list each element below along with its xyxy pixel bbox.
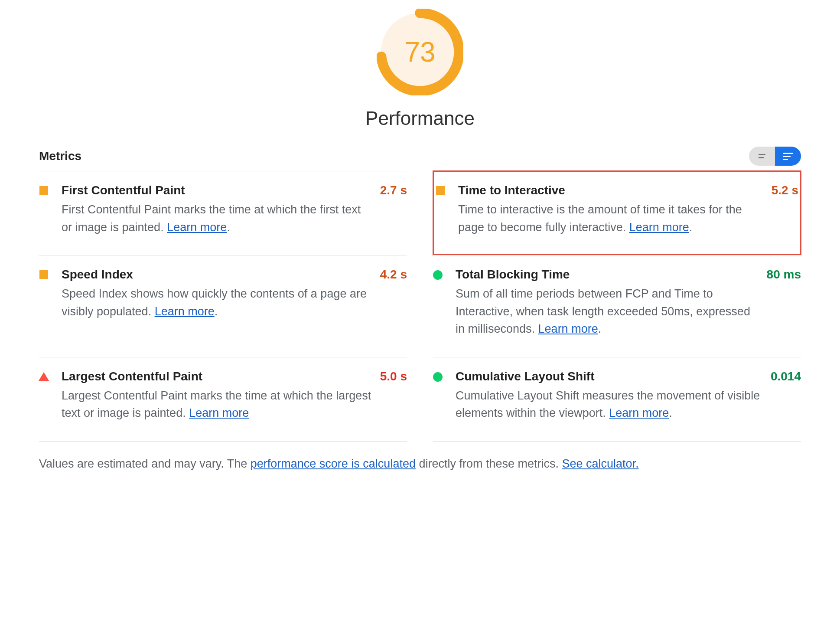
trailing-period: . bbox=[598, 322, 602, 335]
learn-more-link[interactable]: Learn more bbox=[155, 305, 215, 318]
metric-time-to-interactive: Time to InteractiveTime to interactive i… bbox=[433, 171, 801, 255]
metric-value: 0.014 bbox=[771, 370, 801, 383]
trailing-period: . bbox=[669, 406, 672, 419]
metric-title: Total Blocking Time bbox=[456, 268, 758, 282]
metric-body: Time to InteractiveTime to interactive i… bbox=[458, 183, 772, 236]
learn-more-link[interactable]: Learn more bbox=[538, 322, 598, 335]
metric-body: Cumulative Layout ShiftCumulative Layout… bbox=[456, 370, 771, 422]
metrics-header: Metrics bbox=[39, 147, 801, 166]
metric-title: Time to Interactive bbox=[458, 183, 763, 197]
footer-link-see-calculator[interactable]: See calculator. bbox=[562, 457, 639, 470]
metric-body: Speed IndexSpeed Index shows how quickly… bbox=[62, 268, 380, 320]
learn-more-link[interactable]: Learn more bbox=[189, 406, 249, 419]
footer-middle: directly from these metrics. bbox=[416, 457, 562, 470]
trailing-period: . bbox=[689, 221, 693, 234]
score-gauge: 73 bbox=[377, 9, 463, 95]
view-toggle-expanded[interactable] bbox=[775, 147, 801, 166]
metric-title: Cumulative Layout Shift bbox=[456, 370, 762, 383]
circle-status-icon bbox=[433, 372, 443, 382]
gauge-score-value: 73 bbox=[377, 9, 463, 95]
metric-title: Speed Index bbox=[62, 268, 371, 282]
trailing-period: . bbox=[227, 221, 230, 234]
metric-description-text: Time to interactive is the amount of tim… bbox=[458, 203, 742, 234]
footer-prefix: Values are estimated and may vary. The bbox=[39, 457, 251, 470]
square-status-icon bbox=[39, 186, 49, 195]
learn-more-link[interactable]: Learn more bbox=[167, 221, 227, 234]
metric-description-text: Cumulative Layout Shift measures the mov… bbox=[456, 389, 760, 420]
metric-description: Speed Index shows how quickly the conten… bbox=[62, 285, 371, 320]
metrics-heading: Metrics bbox=[39, 149, 81, 163]
metric-value: 5.2 s bbox=[772, 183, 798, 197]
metric-title: First Contentful Paint bbox=[62, 183, 371, 197]
metric-description: Largest Contentful Paint marks the time … bbox=[62, 387, 371, 422]
expanded-view-icon bbox=[783, 153, 793, 160]
metric-cumulative-layout-shift: Cumulative Layout ShiftCumulative Layout… bbox=[433, 357, 801, 441]
compact-view-icon bbox=[759, 154, 765, 158]
metrics-grid: First Contentful PaintFirst Contentful P… bbox=[39, 171, 801, 441]
triangle-status-icon bbox=[39, 372, 49, 381]
metric-body: Largest Contentful PaintLargest Contentf… bbox=[62, 370, 380, 422]
view-toggle-compact[interactable] bbox=[749, 147, 775, 166]
metrics-bottom-border-row bbox=[39, 441, 801, 442]
metric-description-text: Sum of all time periods between FCP and … bbox=[456, 287, 750, 335]
square-status-icon bbox=[39, 270, 49, 279]
metric-body: Total Blocking TimeSum of all time perio… bbox=[456, 268, 767, 338]
metric-speed-index: Speed IndexSpeed Index shows how quickly… bbox=[39, 255, 407, 357]
metric-body: First Contentful PaintFirst Contentful P… bbox=[62, 183, 380, 236]
metric-value: 4.2 s bbox=[380, 268, 407, 282]
gauge-title: Performance bbox=[365, 108, 475, 129]
score-gauge-section: 73 Performance bbox=[39, 9, 801, 129]
circle-status-icon bbox=[433, 270, 443, 280]
metric-description: Time to interactive is the amount of tim… bbox=[458, 201, 763, 236]
metric-largest-contentful-paint: Largest Contentful PaintLargest Contentf… bbox=[39, 357, 407, 441]
metric-value: 2.7 s bbox=[380, 183, 407, 197]
trailing-period: . bbox=[215, 305, 218, 318]
square-status-icon bbox=[436, 186, 445, 195]
metric-title: Largest Contentful Paint bbox=[62, 370, 371, 383]
metric-value: 80 ms bbox=[767, 268, 801, 282]
footer-link-score-calculated[interactable]: performance score is calculated bbox=[251, 457, 416, 470]
metric-description: Sum of all time periods between FCP and … bbox=[456, 285, 758, 338]
metric-value: 5.0 s bbox=[380, 370, 407, 383]
learn-more-link[interactable]: Learn more bbox=[609, 406, 669, 419]
view-toggle bbox=[749, 147, 801, 166]
metric-description: First Contentful Paint marks the time at… bbox=[62, 201, 371, 236]
metric-total-blocking-time: Total Blocking TimeSum of all time perio… bbox=[433, 255, 801, 357]
metric-description: Cumulative Layout Shift measures the mov… bbox=[456, 387, 762, 422]
learn-more-link[interactable]: Learn more bbox=[629, 221, 689, 234]
metric-first-contentful-paint: First Contentful PaintFirst Contentful P… bbox=[39, 171, 407, 255]
footer-note: Values are estimated and may vary. The p… bbox=[39, 446, 801, 471]
